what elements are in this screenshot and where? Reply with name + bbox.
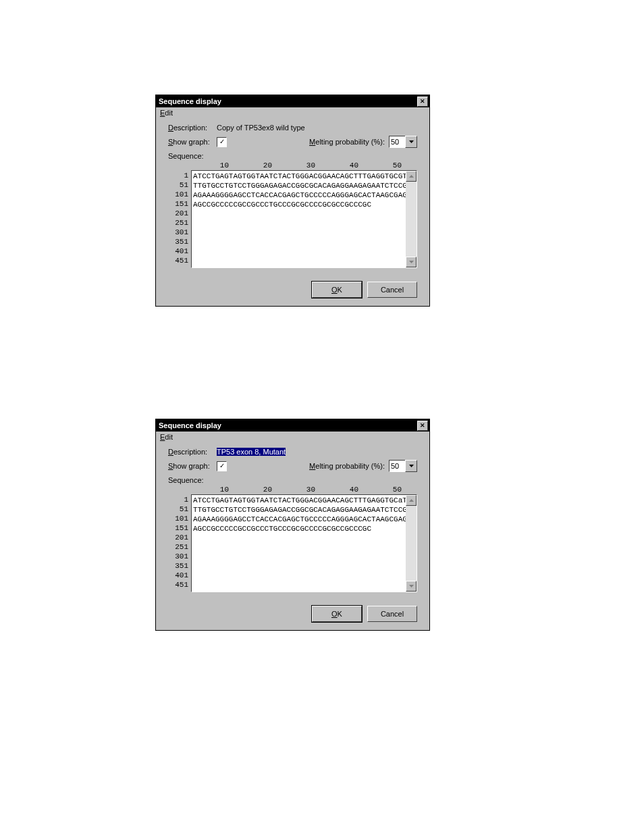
row-number: 201 <box>168 533 188 542</box>
svg-marker-1 <box>409 175 414 178</box>
svg-marker-3 <box>409 465 414 467</box>
scroll-down-icon[interactable] <box>406 257 417 267</box>
svg-marker-2 <box>409 261 414 263</box>
row-number: 451 <box>168 580 188 590</box>
button-row: OKCancel <box>156 275 429 306</box>
melting-probability-input[interactable] <box>389 136 405 148</box>
sequence-textarea[interactable]: ATCCTGAGTAGTGGTAATCTACTGGGACGGAACAGCTTTG… <box>191 494 417 592</box>
ruler-tick: 30 <box>275 486 318 494</box>
chevron-down-icon[interactable] <box>405 136 417 148</box>
row-number: 1 <box>168 495 188 504</box>
sequence-line: AGCCGCCCCCGCCGCCCTGCCCGCGCCCCGCGCCGCCCGC <box>193 200 415 209</box>
svg-marker-5 <box>409 585 414 588</box>
scroll-up-icon[interactable] <box>406 495 417 506</box>
svg-marker-4 <box>409 499 414 502</box>
show-graph-label: Show graph: <box>168 462 217 470</box>
row-number: 1 <box>168 171 188 180</box>
scrollbar[interactable] <box>406 171 417 267</box>
row-number: 101 <box>168 514 188 523</box>
melting-probability-label: Melting probability (%): <box>309 462 385 470</box>
sequence-display-dialog: Sequence display✕EditDescription:TP53 ex… <box>155 419 430 631</box>
cancel-button[interactable]: Cancel <box>367 282 417 298</box>
sequence-line: ATCCTGAGTAGTGGTAATCTACTGGGACGGAACAGCTTTG… <box>193 496 415 505</box>
description-label: Description: <box>168 124 217 132</box>
column-ruler: 1020304050 <box>188 161 417 170</box>
ruler-tick: 20 <box>232 486 275 494</box>
ruler-tick: 40 <box>318 486 361 494</box>
row-number: 301 <box>168 552 188 561</box>
description-input[interactable]: Copy of TP53ex8 wild type <box>217 124 305 132</box>
ruler-tick: 30 <box>275 161 318 170</box>
scrollbar[interactable] <box>406 495 417 592</box>
form-area: Description:Copy of TP53ex8 wild typeSho… <box>156 118 429 275</box>
close-icon[interactable]: ✕ <box>417 421 428 431</box>
row-number: 51 <box>168 180 188 190</box>
melting-probability-input[interactable] <box>389 460 405 472</box>
sequence-line: TTGTGCCTGTCCTGGGAGAGACCGGCGCACAGAGGAAGAG… <box>193 181 415 190</box>
menu-edit[interactable]: Edit <box>160 109 173 117</box>
titlebar: Sequence display✕ <box>156 419 429 432</box>
show-graph-checkbox[interactable]: ✓ <box>217 461 227 471</box>
description-label: Description: <box>168 448 217 456</box>
melting-probability-combo[interactable] <box>389 460 417 472</box>
scroll-up-icon[interactable] <box>406 171 417 182</box>
row-number: 101 <box>168 190 188 199</box>
sequence-container: 151101151201251301351401451ATCCTGAGTAGTG… <box>168 494 417 592</box>
menu-edit[interactable]: Edit <box>160 433 173 441</box>
description-input[interactable]: TP53 exon 8, Mutant <box>217 448 286 456</box>
row-numbers: 151101151201251301351401451 <box>168 494 191 592</box>
window-title: Sequence display <box>157 421 221 429</box>
sequence-line: TTGTGCCTGTCCTGGGAGAGACCGGCGCACAGAGGAAGAG… <box>193 505 415 515</box>
row-number: 401 <box>168 571 188 580</box>
row-number: 451 <box>168 256 188 265</box>
show-graph-checkbox[interactable]: ✓ <box>217 137 227 147</box>
ruler-tick: 50 <box>361 486 404 494</box>
ok-button[interactable]: OK <box>312 282 362 298</box>
button-row: OKCancel <box>156 599 429 630</box>
column-ruler: 1020304050 <box>188 486 417 494</box>
sequence-display-dialog: Sequence display✕EditDescription:Copy of… <box>155 95 430 307</box>
row-number: 401 <box>168 246 188 256</box>
row-number: 351 <box>168 561 188 571</box>
row-number: 151 <box>168 523 188 533</box>
ruler-tick: 20 <box>232 161 275 170</box>
ruler-tick: 50 <box>361 161 404 170</box>
melting-probability-label: Melting probability (%): <box>309 138 385 146</box>
chevron-down-icon[interactable] <box>405 460 417 472</box>
menubar: Edit <box>156 107 429 118</box>
sequence-line: ATCCTGAGTAGTGGTAATCTACTGGGACGGAACAGCTTTG… <box>193 172 415 181</box>
svg-marker-0 <box>409 140 414 143</box>
row-number: 151 <box>168 199 188 209</box>
menubar: Edit <box>156 432 429 442</box>
ok-button[interactable]: OK <box>312 606 362 622</box>
sequence-textarea[interactable]: ATCCTGAGTAGTGGTAATCTACTGGGACGGAACAGCTTTG… <box>191 170 417 268</box>
row-number: 351 <box>168 237 188 246</box>
sequence-line: AGCCGCCCCCGCCGCCCTGCCCGCGCCCCGCGCCGCCCGC <box>193 524 415 533</box>
form-area: Description:TP53 exon 8, MutantShow grap… <box>156 442 429 599</box>
sequence-line: AGAAAGGGGAGCCTCACCACGAGCTGCCCCCAGGGAGCAC… <box>193 190 415 200</box>
ruler-tick: 10 <box>188 161 232 170</box>
row-numbers: 151101151201251301351401451 <box>168 170 191 268</box>
sequence-label: Sequence: <box>168 152 217 160</box>
sequence-label: Sequence: <box>168 476 217 484</box>
cancel-button[interactable]: Cancel <box>367 606 417 622</box>
ruler-tick: 10 <box>188 486 232 494</box>
ruler-tick: 40 <box>318 161 361 170</box>
scroll-down-icon[interactable] <box>406 581 417 592</box>
row-number: 301 <box>168 228 188 237</box>
close-icon[interactable]: ✕ <box>417 97 428 107</box>
sequence-line: AGAAAGGGGAGCCTCACCACGAGCTGCCCCCAGGGAGCAC… <box>193 515 415 524</box>
titlebar: Sequence display✕ <box>156 95 429 107</box>
row-number: 51 <box>168 504 188 514</box>
row-number: 251 <box>168 542 188 552</box>
sequence-container: 151101151201251301351401451ATCCTGAGTAGTG… <box>168 170 417 268</box>
row-number: 251 <box>168 218 188 228</box>
show-graph-label: Show graph: <box>168 138 217 146</box>
row-number: 201 <box>168 209 188 218</box>
melting-probability-combo[interactable] <box>389 136 417 148</box>
window-title: Sequence display <box>157 97 221 105</box>
